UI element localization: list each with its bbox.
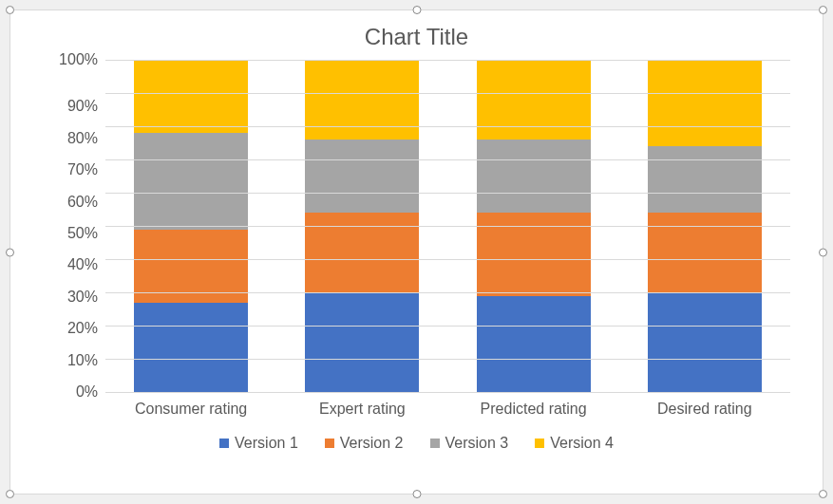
bar-segment[interactable] bbox=[305, 140, 419, 213]
chart-object[interactable]: Chart Title 100%90%80%70%60%50%40%30%20%… bbox=[9, 9, 824, 495]
bar-segment[interactable] bbox=[134, 230, 248, 303]
y-tick-label: 90% bbox=[67, 99, 98, 114]
resize-handle-middle-right[interactable] bbox=[819, 248, 827, 256]
y-tick-label: 0% bbox=[76, 384, 98, 400]
bar-segment[interactable] bbox=[305, 292, 419, 392]
legend-swatch bbox=[535, 439, 544, 448]
resize-handle-top-left[interactable] bbox=[6, 6, 14, 14]
legend[interactable]: Version 1Version 2Version 3Version 4 bbox=[10, 435, 823, 452]
gridline bbox=[105, 259, 790, 260]
category-label: Expert rating bbox=[276, 393, 447, 418]
legend-swatch bbox=[325, 439, 334, 448]
category-label: Predicted rating bbox=[448, 393, 619, 418]
gridline bbox=[105, 126, 790, 127]
legend-item[interactable]: Version 3 bbox=[430, 435, 509, 452]
bar-segment[interactable] bbox=[134, 303, 248, 393]
resize-handle-top-right[interactable] bbox=[819, 6, 827, 14]
y-tick-label: 100% bbox=[59, 52, 98, 67]
legend-label: Version 1 bbox=[235, 435, 298, 452]
resize-handle-bottom-right[interactable] bbox=[819, 490, 827, 498]
legend-swatch bbox=[430, 439, 440, 448]
legend-label: Version 2 bbox=[340, 435, 404, 452]
y-tick-label: 70% bbox=[67, 162, 98, 177]
category-label: Desired rating bbox=[619, 393, 790, 418]
bar-segment[interactable] bbox=[305, 60, 419, 140]
legend-item[interactable]: Version 2 bbox=[325, 435, 404, 452]
y-tick-label: 50% bbox=[67, 226, 98, 241]
resize-handle-bottom-middle[interactable] bbox=[412, 490, 421, 498]
legend-label: Version 4 bbox=[550, 435, 614, 452]
gridline bbox=[105, 93, 790, 94]
gridline bbox=[105, 159, 790, 160]
bar-segment[interactable] bbox=[477, 60, 591, 140]
gridline bbox=[105, 326, 790, 327]
legend-label: Version 3 bbox=[445, 435, 509, 452]
legend-swatch bbox=[219, 439, 229, 448]
bar-segment[interactable] bbox=[648, 146, 762, 213]
gridline bbox=[105, 292, 790, 293]
legend-item[interactable]: Version 1 bbox=[219, 435, 298, 452]
gridline bbox=[105, 193, 790, 194]
resize-handle-top-middle[interactable] bbox=[412, 6, 421, 14]
bar-segment[interactable] bbox=[477, 296, 591, 393]
resize-handle-bottom-left[interactable] bbox=[6, 490, 14, 498]
y-tick-label: 10% bbox=[67, 353, 98, 368]
y-tick-label: 80% bbox=[67, 131, 98, 146]
bar-segment[interactable] bbox=[134, 133, 248, 230]
y-axis[interactable]: 100%90%80%70%60%50%40%30%20%10%0% bbox=[10, 60, 105, 392]
x-axis[interactable]: Consumer ratingExpert ratingPredicted ra… bbox=[105, 393, 790, 418]
bar-segment[interactable] bbox=[305, 213, 419, 292]
bar-segment[interactable] bbox=[648, 292, 762, 392]
plot-area[interactable] bbox=[105, 60, 790, 393]
worksheet-area: Chart Title 100%90%80%70%60%50%40%30%20%… bbox=[0, 0, 833, 504]
bar-segment[interactable] bbox=[134, 60, 248, 133]
gridline bbox=[105, 392, 790, 393]
resize-handle-middle-left[interactable] bbox=[6, 248, 14, 256]
gridline bbox=[105, 60, 790, 61]
bar-segment[interactable] bbox=[648, 213, 762, 292]
gridline bbox=[105, 359, 790, 360]
legend-item[interactable]: Version 4 bbox=[535, 435, 614, 452]
y-tick-label: 20% bbox=[67, 321, 98, 336]
chart-title[interactable]: Chart Title bbox=[10, 24, 823, 50]
y-tick-label: 60% bbox=[67, 195, 98, 210]
bar-segment[interactable] bbox=[477, 140, 591, 213]
plot-row: 100%90%80%70%60%50%40%30%20%10%0% bbox=[10, 60, 823, 393]
gridline bbox=[105, 226, 790, 227]
y-tick-label: 30% bbox=[67, 289, 98, 305]
y-tick-label: 40% bbox=[67, 257, 98, 272]
bar-segment[interactable] bbox=[648, 60, 762, 146]
category-label: Consumer rating bbox=[105, 393, 276, 418]
